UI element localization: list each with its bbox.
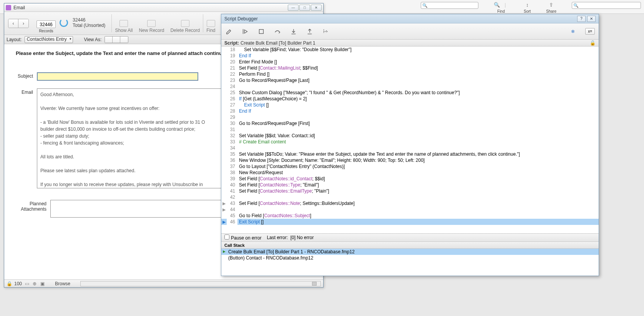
maximize-button[interactable]: □ xyxy=(299,5,310,11)
view-table-button[interactable] xyxy=(120,37,128,43)
code-line[interactable]: 40Set Field [ContactNotes::Type; "Email"… xyxy=(221,182,599,188)
code-line[interactable]: 29 xyxy=(221,114,599,120)
debug-toggle-button[interactable]: ❄ xyxy=(569,28,577,35)
bg-search-2[interactable]: 🔍 xyxy=(572,2,641,9)
attachments-label: Planned Attachments xyxy=(16,200,50,212)
layout-label: Layout: xyxy=(7,37,22,42)
code-line[interactable]: 41Set Field [ContactNotes::EmailType; "P… xyxy=(221,188,599,194)
code-line[interactable]: 30Go to Record/Request/Page [First] xyxy=(221,120,599,126)
code-line[interactable]: ▶43Set Field [ContactNotes::Note; Settin… xyxy=(221,200,599,206)
code-line[interactable]: 31 xyxy=(221,126,599,133)
data-viewer-button[interactable]: x= xyxy=(585,28,595,35)
pause-on-error-checkbox[interactable]: Pause on error xyxy=(224,235,261,241)
code-line[interactable]: 21Set Field [Contact::MailingList; $$Fin… xyxy=(221,65,599,71)
run-button[interactable] xyxy=(241,28,249,35)
code-line[interactable]: ▶46Exit Script [] xyxy=(221,219,599,225)
show-all-icon xyxy=(120,20,128,27)
records-label: Records xyxy=(39,29,53,33)
view-form-button[interactable] xyxy=(105,37,113,43)
help-button[interactable]: ? xyxy=(577,16,586,22)
total-records: 32446 xyxy=(73,17,105,23)
search-icon: 🔍 xyxy=(573,3,579,8)
search-icon: 🔍 xyxy=(422,3,428,8)
lock-icon[interactable]: 🔒 xyxy=(7,281,12,286)
view-as-switcher xyxy=(105,36,128,43)
code-line[interactable]: 20Enter Find Mode [] xyxy=(221,59,599,65)
set-next-button[interactable] xyxy=(322,28,330,35)
status-toggle-icon[interactable]: ▣ xyxy=(40,281,45,286)
close-button[interactable]: ✕ xyxy=(311,5,322,11)
code-line[interactable]: 27 Exit Script [] xyxy=(221,102,599,108)
code-line[interactable]: 32Set Variable [$$id; Value: Contact::id… xyxy=(221,133,599,139)
code-line[interactable]: 18 Set Variable [$$Find; Value: "Double … xyxy=(221,47,599,53)
sort-group[interactable]: ↕ Sort xyxy=(524,0,531,13)
window-title: Email xyxy=(13,5,288,10)
zoom-value: 100 xyxy=(14,281,22,286)
find-button[interactable]: Find xyxy=(203,12,218,35)
step-out-button[interactable] xyxy=(306,28,314,35)
code-line[interactable]: ▶44 xyxy=(221,206,599,213)
sort-divider: | xyxy=(502,2,508,8)
status-bar: 🔒 100 ▭ ⊕ ▣ Browse xyxy=(4,279,323,287)
code-area[interactable]: 18 Set Variable [$$Find; Value: "Double … xyxy=(221,47,599,233)
call-stack[interactable]: ▶Create Bulk Email [To] Builder Part 1 -… xyxy=(221,249,599,276)
zoom-in-icon[interactable]: ⊕ xyxy=(32,281,37,286)
code-line[interactable]: 39Set Field [ContactNotes::id_Contact; $… xyxy=(221,176,599,182)
code-line[interactable]: 33# Create Email content xyxy=(221,139,599,145)
code-line[interactable]: 36New Window [Style: Document; Name: "Em… xyxy=(221,157,599,163)
debugger-titlebar[interactable]: Script Debugger ? ✕ xyxy=(221,14,599,23)
layout-select[interactable]: ContactNotes Entry xyxy=(25,36,73,43)
find-group[interactable]: 🔍| Find xyxy=(494,0,508,13)
new-record-button[interactable]: New Record xyxy=(136,12,167,35)
sort-icon: ↕ xyxy=(524,2,530,8)
code-line[interactable]: 34 xyxy=(221,145,599,151)
debugger-toolbar: ❄ x= xyxy=(221,23,599,40)
code-line[interactable]: 35Set Variable [$$ToDo; Value: "Please e… xyxy=(221,151,599,157)
find-icon xyxy=(207,20,215,27)
code-line[interactable]: 25Show Custom Dialog ["Message"; "I foun… xyxy=(221,90,599,96)
edit-script-button[interactable] xyxy=(225,28,233,35)
code-line[interactable]: 37Go to Layout ["ContactNotes Entry" (Co… xyxy=(221,163,599,170)
code-line[interactable]: 19End If xyxy=(221,53,599,59)
show-all-button[interactable]: Show All xyxy=(112,12,136,35)
code-line[interactable]: 23Go to Record/Request/Page [Last] xyxy=(221,77,599,83)
minimize-button[interactable]: — xyxy=(288,5,299,11)
step-over-button[interactable] xyxy=(274,28,281,35)
lock-icon: 🔓 xyxy=(590,40,596,46)
code-line[interactable]: 38New Record/Request xyxy=(221,170,599,176)
next-record-button[interactable]: › xyxy=(18,19,28,28)
code-line[interactable]: 42 xyxy=(221,194,599,200)
h-scrollbar[interactable] xyxy=(80,281,321,286)
sort-label: Sort xyxy=(524,9,531,13)
share-label: Share xyxy=(546,9,556,13)
share-group[interactable]: ⇧ Share xyxy=(546,0,556,13)
step-into-button[interactable] xyxy=(290,28,297,35)
delete-record-icon xyxy=(181,20,189,27)
call-stack-header: Call Stack xyxy=(221,242,599,249)
script-header: Script: Create Bulk Email [To] Builder P… xyxy=(221,40,599,47)
pie-icon xyxy=(60,18,68,27)
new-record-icon xyxy=(147,20,156,27)
bg-search-1[interactable]: 🔍 xyxy=(421,2,478,9)
subject-input[interactable] xyxy=(37,72,198,81)
call-stack-row[interactable]: ▶Create Bulk Email [To] Builder Part 1 -… xyxy=(221,249,599,255)
find-icon: 🔍 xyxy=(494,2,500,8)
prev-record-button[interactable]: ‹ xyxy=(8,19,18,28)
code-line[interactable]: 24 xyxy=(221,83,599,90)
view-as-label: View As: xyxy=(84,37,101,42)
code-line[interactable]: 22Perform Find [] xyxy=(221,71,599,77)
code-line[interactable]: 28End If xyxy=(221,108,599,114)
view-list-button[interactable] xyxy=(113,37,120,43)
close-button[interactable]: ✕ xyxy=(587,16,596,22)
zoom-out-icon[interactable]: ▭ xyxy=(24,281,30,286)
stop-button[interactable] xyxy=(257,28,265,35)
last-error-label: Last error: xyxy=(267,235,288,240)
call-stack-row[interactable]: (Button) Contact - RNCODatabase.fmp12 xyxy=(221,255,599,261)
code-line[interactable]: 45Go to Field [ContactNotes::Subject] xyxy=(221,213,599,219)
delete-record-button[interactable]: Delete Record xyxy=(167,12,203,35)
email-titlebar[interactable]: Email — □ ✕ xyxy=(4,3,323,12)
current-record-field[interactable]: 32446 xyxy=(37,20,56,28)
share-icon: ⇧ xyxy=(548,2,554,8)
code-line[interactable]: 26If [Get (LastMessageChoice) = 2] xyxy=(221,96,599,102)
script-debugger-window: Script Debugger ? ✕ ❄ x= Script: Create … xyxy=(221,14,599,276)
